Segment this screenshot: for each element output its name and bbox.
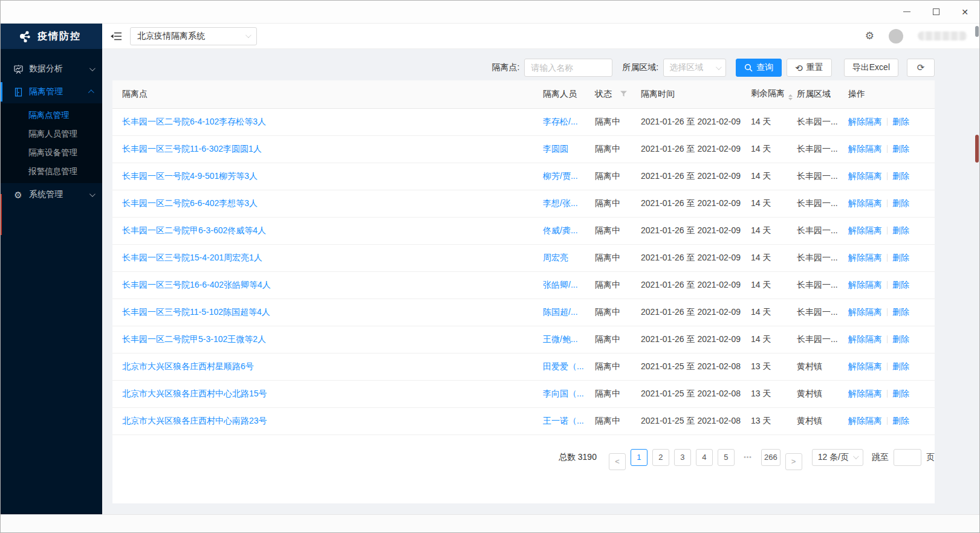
release-quarantine-link[interactable]: 解除隔离 — [848, 225, 882, 235]
sidebar-item-quarantine-point-management[interactable]: 隔离点管理 — [1, 106, 102, 124]
persons-link[interactable]: 李向国（... — [543, 389, 584, 398]
period-text: 2021-01-26 至 2021-02-09 — [641, 198, 741, 208]
site-link[interactable]: 长丰园一区一号院4-9-501柳芳等3人 — [122, 171, 258, 181]
user-avatar[interactable] — [889, 29, 903, 44]
pagination-page-4[interactable]: 4 — [696, 449, 713, 466]
persons-link[interactable]: 李圆圆 — [543, 144, 568, 153]
pagination-page-5[interactable]: 5 — [718, 449, 735, 466]
window-titlebar: ✕ — [1, 1, 979, 24]
delete-link[interactable]: 删除 — [892, 280, 909, 289]
persons-link[interactable]: 李想/张... — [543, 198, 578, 208]
release-quarantine-link[interactable]: 解除隔离 — [848, 253, 882, 262]
delete-link[interactable]: 删除 — [892, 416, 909, 425]
sidebar-item-data-analysis[interactable]: 数据分析 — [1, 57, 102, 80]
window-close-button[interactable]: ✕ — [950, 1, 979, 23]
filter-bar: 隔离点: 所属区域: 选择区域 查询 ⟲ — [112, 55, 935, 80]
scrollbar-thumb[interactable] — [975, 26, 979, 37]
pagination-page-1[interactable]: 1 — [631, 449, 647, 466]
delete-link[interactable]: 删除 — [892, 117, 909, 126]
pagination-prev-button[interactable]: < — [609, 453, 626, 470]
release-quarantine-link[interactable]: 解除隔离 — [848, 307, 882, 317]
pagination-page-2[interactable]: 2 — [652, 449, 669, 466]
delete-link[interactable]: 删除 — [892, 253, 909, 262]
persons-link[interactable]: 佟威/龚... — [543, 225, 578, 235]
jump-page-input[interactable] — [894, 449, 921, 466]
system-select[interactable]: 北京疫情隔离系统 — [130, 27, 257, 45]
delete-link[interactable]: 删除 — [892, 334, 909, 344]
pagination-next-button[interactable]: > — [785, 453, 802, 470]
region-select[interactable]: 选择区域 — [663, 59, 726, 77]
release-quarantine-link[interactable]: 解除隔离 — [848, 416, 882, 425]
release-quarantine-link[interactable]: 解除隔离 — [848, 334, 882, 344]
page-size-select[interactable]: 12 条/页 — [812, 449, 863, 466]
site-link[interactable]: 长丰园一区二号院6-4-102李存松等3人 — [122, 117, 266, 126]
table-body: 长丰园一区二号院6-4-102李存松等3人 李存松/... 隔离中 2021-0… — [112, 108, 935, 434]
persons-link[interactable]: 周宏亮 — [543, 253, 568, 262]
persons-link[interactable]: 陈国超/... — [543, 307, 578, 317]
sort-carets-icon[interactable] — [788, 94, 793, 100]
site-link[interactable]: 长丰园一区三号院15-4-201周宏亮1人 — [122, 253, 262, 262]
persons-link[interactable]: 李存松/... — [543, 117, 578, 126]
delete-link[interactable]: 删除 — [892, 225, 909, 235]
filter-funnel-icon[interactable] — [620, 91, 627, 97]
site-link[interactable]: 长丰园一区三号院16-6-402张皓卿等4人 — [122, 280, 271, 289]
persons-link[interactable]: 王微/鲍... — [543, 334, 578, 344]
export-excel-button[interactable]: 导出Excel — [844, 59, 898, 77]
site-link[interactable]: 北京市大兴区狼各庄西村星顺路6号 — [122, 361, 254, 371]
release-quarantine-link[interactable]: 解除隔离 — [848, 280, 882, 289]
remaining-days-text: 13 天 — [751, 361, 771, 371]
site-link[interactable]: 长丰园一区二号院6-6-402李想等3人 — [122, 198, 258, 208]
delete-link[interactable]: 删除 — [892, 361, 909, 371]
region-text: 黄村镇 — [797, 389, 822, 398]
window-minimize-button[interactable] — [892, 1, 921, 23]
menu-fold-icon — [111, 31, 122, 41]
delete-link[interactable]: 删除 — [892, 389, 909, 398]
release-quarantine-link[interactable]: 解除隔离 — [848, 198, 882, 208]
delete-link[interactable]: 删除 — [892, 171, 909, 181]
site-link[interactable]: 长丰园一区三号院11-6-302李圆圆1人 — [122, 144, 262, 153]
release-quarantine-link[interactable]: 解除隔离 — [848, 389, 882, 398]
menu-collapse-button[interactable] — [111, 31, 122, 41]
site-link[interactable]: 北京市大兴区狼各庄西村中心北路15号 — [122, 389, 267, 398]
site-link[interactable]: 长丰园一区三号院11-5-102陈国超等4人 — [122, 307, 270, 317]
persons-link[interactable]: 王一诺（... — [543, 416, 584, 425]
site-link[interactable]: 北京市大兴区狼各庄西村中心南路23号 — [122, 416, 267, 425]
persons-link[interactable]: 张皓卿/... — [543, 280, 578, 289]
delete-link[interactable]: 删除 — [892, 307, 909, 317]
region-text: 长丰园一... — [797, 280, 838, 289]
settings-gear-button[interactable]: ⚙ — [865, 30, 874, 42]
minimize-icon — [903, 11, 910, 12]
site-name-input[interactable] — [524, 59, 612, 77]
col-period: 隔离时间 — [641, 89, 675, 99]
sidebar-item-quarantine-person-management[interactable]: 隔离人员管理 — [1, 124, 102, 143]
sidebar-item-system-management[interactable]: ⚙ 系统管理 — [1, 183, 102, 206]
window-maximize-button[interactable] — [921, 1, 950, 23]
release-quarantine-link[interactable]: 解除隔离 — [848, 361, 882, 371]
pagination-page-3[interactable]: 3 — [674, 449, 691, 466]
region-select-placeholder: 选择区域 — [669, 62, 712, 73]
delete-link[interactable]: 删除 — [892, 198, 909, 208]
sidebar-item-quarantine-device-management[interactable]: 隔离设备管理 — [1, 143, 102, 162]
release-quarantine-link[interactable]: 解除隔离 — [848, 171, 882, 181]
release-quarantine-link[interactable]: 解除隔离 — [848, 117, 882, 126]
search-button[interactable]: 查询 — [736, 59, 782, 77]
status-text: 隔离中 — [595, 144, 620, 153]
persons-link[interactable]: 田爱爱（... — [543, 361, 584, 371]
site-link[interactable]: 长丰园一区二号院甲6-3-602佟威等4人 — [122, 225, 266, 235]
release-quarantine-link[interactable]: 解除隔离 — [848, 144, 882, 153]
reset-button[interactable]: ⟲ 重置 — [787, 59, 832, 77]
refresh-button[interactable]: ⟳ — [907, 59, 935, 77]
status-text: 隔离中 — [595, 389, 620, 398]
pagination-page-266[interactable]: 266 — [761, 449, 780, 466]
pagination-ellipsis[interactable]: ••• — [739, 454, 756, 460]
sidebar-item-alarm-info-management[interactable]: 报警信息管理 — [1, 162, 102, 181]
period-text: 2021-01-25 至 2021-02-08 — [641, 416, 741, 425]
sidebar-menu: 数据分析 隔离管理 隔离点管理 隔离人员管理 隔离设备管理 — [1, 57, 102, 206]
sidebar-item-quarantine-management[interactable]: 隔离管理 — [1, 80, 102, 103]
region-text: 黄村镇 — [797, 416, 822, 425]
persons-link[interactable]: 柳芳/贾... — [543, 171, 578, 181]
table-row: 长丰园一区三号院11-6-302李圆圆1人 李圆圆 隔离中 2021-01-26… — [112, 135, 935, 163]
site-link[interactable]: 长丰园一区二号院甲5-3-102王微等2人 — [122, 334, 266, 344]
col-actions: 操作 — [848, 89, 865, 99]
delete-link[interactable]: 删除 — [892, 144, 909, 153]
